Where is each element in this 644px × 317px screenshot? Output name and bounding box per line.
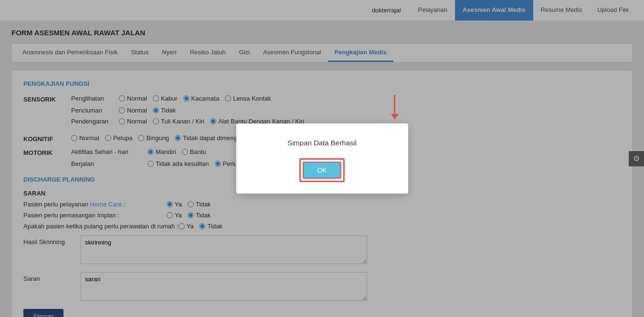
- arrow-head: [391, 114, 399, 120]
- modal-box: Simpan Data Berhasil OK: [236, 123, 408, 194]
- modal-ok-button[interactable]: OK: [303, 162, 341, 179]
- modal-overlay: Simpan Data Berhasil OK: [0, 0, 644, 317]
- modal-message: Simpan Data Berhasil: [248, 139, 397, 147]
- arrow-line: [394, 95, 395, 114]
- ok-highlight-box: OK: [299, 158, 344, 182]
- arrow-annotation: [391, 95, 399, 120]
